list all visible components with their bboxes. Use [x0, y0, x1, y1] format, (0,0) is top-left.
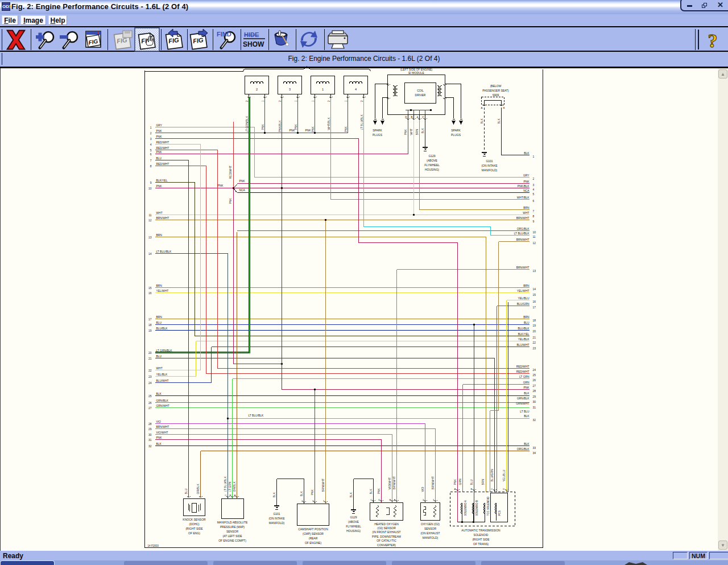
svg-text:WHT/BLK: WHT/BLK: [517, 196, 530, 199]
svg-text:SOLENOID: SOLENOID: [474, 533, 489, 537]
svg-text:OF ENGINE): OF ENGINE): [305, 541, 322, 545]
svg-text:HEATED OXYGEN: HEATED OXYGEN: [374, 522, 399, 526]
svg-text:BRN/WHT: BRN/WHT: [516, 238, 530, 241]
svg-text:YEL/WHT: YEL/WHT: [156, 290, 169, 292]
svg-text:1: 1: [322, 88, 324, 91]
svg-text:VIO: VIO: [421, 487, 424, 492]
svg-text:20: 20: [533, 330, 536, 333]
svg-text:(ON EXHAUST: (ON EXHAUST: [420, 531, 440, 535]
svg-text:DRIVER: DRIVER: [415, 93, 426, 97]
svg-text:BLK: BLK: [272, 492, 276, 497]
svg-text:PNK: PNK: [156, 151, 163, 154]
svg-text:B: B: [390, 498, 391, 501]
svg-text:17: 17: [533, 306, 536, 309]
svg-text:BLU/WHT: BLU/WHT: [516, 344, 529, 347]
svg-text:A: A: [394, 498, 396, 501]
svg-text:G129: G129: [350, 515, 357, 519]
svg-text:2: 2: [361, 100, 363, 102]
svg-text:BRN/WHT: BRN/WHT: [431, 476, 435, 489]
svg-text:BRN/WHT: BRN/WHT: [321, 479, 325, 492]
svg-text:MANIFOLD): MANIFOLD): [482, 168, 498, 172]
svg-text:A: A: [454, 488, 456, 490]
svg-text:BLK: BLK: [524, 443, 530, 446]
svg-text:PNK/BLK: PNK/BLK: [278, 120, 282, 133]
svg-text:KNOCK SENSOR: KNOCK SENSOR: [183, 518, 206, 521]
svg-text:29: 29: [148, 428, 152, 431]
svg-text:13: 13: [148, 236, 152, 239]
svg-text:4: 4: [355, 88, 357, 91]
svg-text:RED/WHT: RED/WHT: [516, 370, 530, 373]
svg-text:32: 32: [533, 419, 536, 422]
svg-text:C: C: [225, 494, 226, 497]
svg-text:BRN: BRN: [156, 316, 163, 319]
svg-text:PNK: PNK: [344, 126, 348, 133]
svg-text:SOLENOID B: SOLENOID B: [475, 500, 478, 516]
svg-text:16: 16: [148, 292, 152, 295]
svg-text:BRN: BRN: [156, 234, 163, 237]
svg-text:BRN/WHT: BRN/WHT: [156, 217, 169, 220]
svg-text:13: 13: [533, 270, 536, 273]
svg-text:PLUGS: PLUGS: [451, 133, 461, 137]
svg-text:YEL/BLU: YEL/BLU: [502, 470, 506, 482]
svg-text:8: 8: [533, 215, 535, 218]
svg-text:34: 34: [533, 452, 536, 455]
svg-text:G101: G101: [486, 159, 493, 163]
svg-text:BLU: BLU: [156, 321, 162, 324]
svg-text:5: 5: [150, 149, 152, 152]
svg-text:OXYGEN (O2): OXYGEN (O2): [421, 522, 440, 526]
svg-text:PNK: PNK: [453, 479, 457, 485]
svg-text:(ABOVE: (ABOVE: [427, 159, 438, 162]
svg-text:14 F2003: 14 F2003: [148, 545, 159, 547]
svg-text:RED/WHT: RED/WHT: [156, 163, 169, 166]
svg-text:GRN: GRN: [458, 479, 462, 485]
svg-text:OF ENG): OF ENG): [188, 531, 200, 535]
svg-text:BLK: BLK: [300, 490, 303, 496]
svg-text:BLK: BLK: [524, 415, 530, 418]
svg-text:7: 7: [150, 159, 152, 162]
svg-text:PNK: PNK: [156, 185, 163, 188]
svg-text:SOLENOID A: SOLENOID A: [464, 500, 467, 515]
svg-text:BRN: BRN: [523, 207, 530, 209]
svg-text:2: 2: [279, 100, 282, 102]
svg-text:(IN FRONT EXHAUST: (IN FRONT EXHAUST: [372, 530, 400, 534]
svg-text:10: 10: [533, 231, 536, 234]
svg-text:27: 27: [533, 385, 536, 387]
svg-text:4: 4: [150, 143, 152, 146]
svg-text:PNK: PNK: [239, 180, 246, 183]
svg-text:BLU: BLU: [470, 479, 473, 485]
svg-text:PNK: PNK: [229, 198, 232, 204]
svg-text:BLU/GRN: BLU/GRN: [517, 303, 530, 306]
svg-text:NCA: NCA: [523, 189, 530, 192]
svg-text:PNK: PNK: [261, 124, 264, 130]
svg-text:B: B: [411, 116, 412, 119]
svg-text:7: 7: [533, 210, 535, 213]
svg-text:VIO/WHT: VIO/WHT: [388, 477, 391, 489]
svg-text:(ABOVE: (ABOVE: [348, 520, 359, 523]
svg-text:BRN: BRN: [523, 284, 530, 287]
svg-text:BLU/BLK: BLU/BLK: [518, 327, 530, 330]
svg-text:BLU: BLU: [184, 488, 188, 494]
svg-text:GRN/WHT: GRN/WHT: [156, 405, 169, 407]
svg-text:BLK/YEL: BLK/YEL: [518, 333, 530, 336]
svg-text:BLK: BLK: [369, 488, 373, 494]
svg-text:(RIGHT SIDE: (RIGHT SIDE: [472, 538, 490, 541]
svg-text:A: A: [234, 494, 236, 497]
svg-text:RED/WHT: RED/WHT: [156, 141, 169, 144]
svg-text:PNK: PNK: [156, 436, 163, 439]
svg-text:RED/WHT: RED/WHT: [516, 365, 530, 368]
svg-text:21: 21: [533, 336, 536, 339]
svg-text:2: 2: [328, 100, 330, 102]
svg-text:GRN/WHT: GRN/WHT: [516, 402, 529, 405]
svg-text:29: 29: [533, 395, 536, 398]
svg-text:1: 1: [150, 126, 152, 129]
svg-text:BRN/WHT: BRN/WHT: [516, 266, 530, 269]
svg-text:23: 23: [148, 376, 152, 378]
svg-text:PNK: PNK: [294, 124, 297, 130]
svg-text:SENSOR: SENSOR: [424, 527, 437, 530]
svg-text:24: 24: [533, 369, 536, 372]
svg-text:6: 6: [533, 200, 535, 203]
svg-text:(DOHC): (DOHC): [189, 522, 199, 526]
svg-text:24: 24: [148, 382, 152, 385]
svg-text:LT BLU/BLK: LT BLU/BLK: [156, 250, 172, 253]
svg-text:PNK: PNK: [404, 129, 407, 135]
